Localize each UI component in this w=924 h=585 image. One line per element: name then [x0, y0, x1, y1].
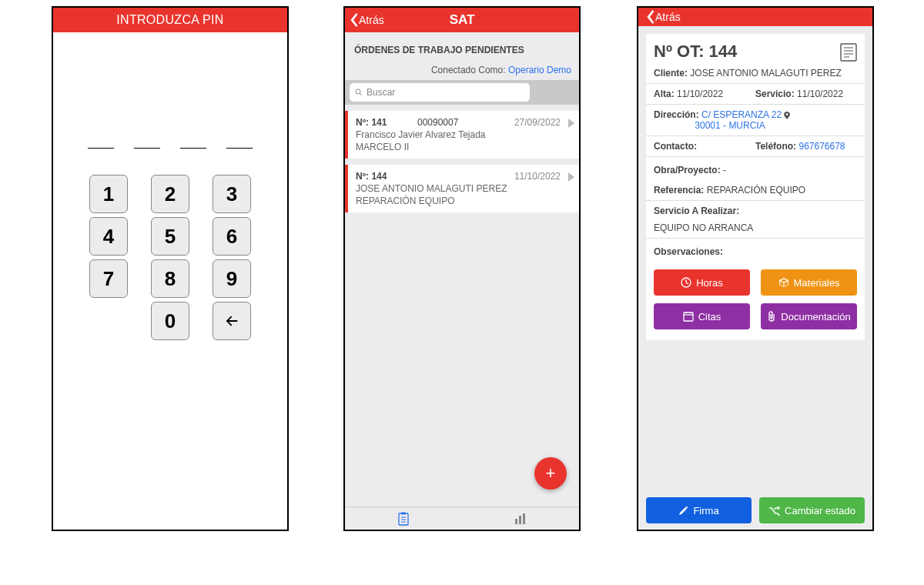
- order-client: Francisco Javier Alvarez Tejada: [356, 129, 573, 140]
- back-button[interactable]: Atrás: [345, 13, 384, 27]
- svg-line-1: [360, 94, 363, 96]
- pin-slots: [53, 148, 287, 149]
- search-bar: Buscar: [345, 80, 579, 105]
- bar-chart-icon: [514, 513, 527, 524]
- pin-header: INTRODUZCA PIN: [53, 8, 287, 32]
- footer-actions: Firma Cambiar estado: [638, 491, 872, 530]
- materials-button[interactable]: Materiales: [761, 269, 857, 296]
- referencia-value: REPARACIÓN EQUIPO: [707, 185, 805, 196]
- calendar-icon: [683, 311, 694, 322]
- key-4[interactable]: 4: [89, 217, 128, 256]
- pencil-icon: [678, 506, 688, 516]
- navbar: Atrás: [638, 8, 872, 26]
- change-status-button[interactable]: Cambiar estado: [759, 497, 865, 523]
- order-ref: REPARACIÓN EQUIPO: [356, 196, 573, 206]
- clock-icon: [681, 277, 691, 288]
- order-code: [417, 171, 514, 182]
- back-label: Atrás: [359, 14, 384, 26]
- svg-rect-7: [515, 519, 517, 524]
- svg-rect-8: [519, 516, 521, 524]
- svg-rect-3: [401, 512, 406, 514]
- sign-button[interactable]: Firma: [646, 497, 752, 523]
- chevron-left-icon: [348, 13, 359, 27]
- paperclip-icon: [767, 311, 776, 322]
- key-1[interactable]: 1: [89, 175, 128, 213]
- order-card: Nº OT: 144 Cliente: JOSE ANTONIO MALAGUT…: [646, 34, 865, 340]
- key-backspace[interactable]: [213, 302, 251, 340]
- servicio-realizar-value: EQUIPO NO ARRANCA: [646, 221, 865, 239]
- section-title: ÓRDENES DE TRABAJO PENDIENTES: [345, 32, 579, 58]
- search-placeholder: Buscar: [367, 87, 395, 98]
- back-button[interactable]: Atrás: [641, 10, 681, 24]
- svg-rect-16: [684, 313, 693, 321]
- tab-orders[interactable]: [345, 507, 462, 530]
- order-list-item[interactable]: Nº: 141 00090007 27/09/2022 Francisco Ja…: [345, 111, 579, 159]
- orders-list-screen: Atrás SAT ÓRDENES DE TRABAJO PENDIENTES …: [343, 6, 581, 531]
- key-3[interactable]: 3: [213, 175, 251, 213]
- order-detail-screen: Atrás Nº OT: 144 Cliente: JOSE ANTONIO M…: [637, 6, 874, 531]
- alta-value: 11/10/2022: [677, 89, 723, 99]
- order-client: JOSE ANTONIO MALAGUTI PEREZ: [356, 183, 573, 194]
- search-icon: [354, 88, 363, 97]
- order-date: 11/10/2022: [514, 171, 561, 182]
- key-5[interactable]: 5: [151, 217, 189, 256]
- chevron-right-icon: [568, 172, 574, 184]
- back-label: Atrás: [655, 11, 681, 23]
- key-8[interactable]: 8: [151, 259, 189, 298]
- order-list-item[interactable]: Nº: 144 11/10/2022 JOSE ANTONIO MALAGUTI…: [345, 165, 579, 212]
- appointments-button[interactable]: Citas: [654, 303, 750, 329]
- navbar: Atrás SAT: [345, 8, 579, 32]
- chevron-left-icon: [644, 10, 655, 24]
- key-2[interactable]: 2: [151, 175, 189, 213]
- shuffle-icon: [768, 506, 780, 516]
- obra-value: -: [723, 165, 726, 176]
- connected-user-link[interactable]: Operario Demo: [508, 65, 571, 75]
- document-icon[interactable]: [840, 43, 857, 64]
- tabbar: [345, 506, 579, 530]
- connected-as: Conectado Como: Operario Demo: [345, 58, 579, 80]
- order-title: Nº OT: 144: [646, 34, 865, 63]
- keypad: 1 2 3 4 5 6 7 8 9 0: [53, 175, 287, 340]
- phone-link[interactable]: 967676678: [798, 141, 845, 152]
- client-value: JOSE ANTONIO MALAGUTI PEREZ: [690, 68, 841, 79]
- backspace-icon: [223, 313, 240, 329]
- order-code: 00090007: [417, 117, 514, 128]
- tab-stats[interactable]: [462, 507, 579, 530]
- order-date: 27/09/2022: [514, 117, 561, 128]
- order-ref: MARCELO II: [356, 142, 573, 152]
- hours-button[interactable]: Horas: [654, 269, 750, 296]
- order-number: Nº: 141: [356, 117, 417, 128]
- svg-rect-10: [841, 44, 856, 61]
- add-button[interactable]: +: [534, 457, 567, 490]
- documentation-button[interactable]: Documentación: [761, 303, 857, 329]
- key-7[interactable]: 7: [89, 259, 128, 298]
- key-6[interactable]: 6: [213, 217, 251, 256]
- box-icon: [778, 277, 789, 288]
- pin-screen: INTRODUZCA PIN 1 2 3 4 5 6 7 8 9 0: [52, 6, 289, 531]
- clipboard-icon: [397, 512, 410, 526]
- servicio-value: 11/10/2022: [797, 89, 843, 99]
- order-number: Nº: 144: [356, 171, 417, 182]
- key-9[interactable]: 9: [213, 259, 251, 298]
- chevron-right-icon: [568, 119, 574, 130]
- search-input[interactable]: Buscar: [350, 83, 530, 102]
- key-0[interactable]: 0: [151, 302, 189, 340]
- svg-rect-9: [523, 513, 525, 524]
- map-pin-icon: [784, 112, 790, 119]
- svg-point-0: [356, 89, 360, 94]
